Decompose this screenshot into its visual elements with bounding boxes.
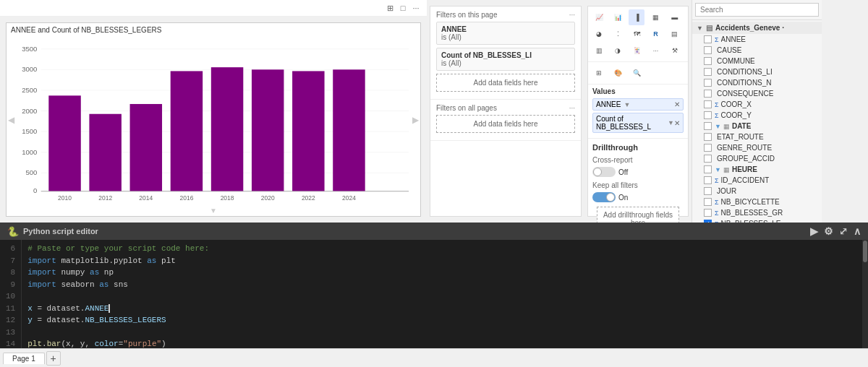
field-group-header[interactable]: ▼ ▤ Accidents_Geneve · xyxy=(692,22,822,34)
field-checkbox-commune[interactable] xyxy=(704,57,712,65)
viz-pie-icon[interactable]: ◕ xyxy=(591,26,607,42)
viz-r-icon[interactable]: R xyxy=(648,26,664,42)
fmt-filter-icon[interactable]: 🔍 xyxy=(629,65,644,81)
field-checkbox-nb-bicyclette[interactable] xyxy=(704,198,712,206)
field-checkbox-jour[interactable] xyxy=(704,187,712,195)
svg-text:1500: 1500 xyxy=(22,127,37,135)
annee-dropdown[interactable]: ▼ xyxy=(624,101,630,108)
add-data-page-btn[interactable]: Add data fields here xyxy=(436,74,575,92)
field-checkbox-conditions-li[interactable] xyxy=(704,68,712,76)
viz-table-icon[interactable]: ▤ xyxy=(667,26,683,42)
svg-text:2018: 2018 xyxy=(221,194,234,202)
resize-left[interactable]: ◀ xyxy=(8,115,14,125)
field-checkbox-nb-blesses-gr[interactable] xyxy=(704,209,712,217)
field-item-consequence[interactable]: CONSEQUENCE xyxy=(692,88,822,99)
field-checkbox-cause[interactable] xyxy=(704,46,712,54)
field-checkbox-coor-x[interactable] xyxy=(704,100,712,108)
fmt-paint-icon[interactable]: 🎨 xyxy=(610,65,626,81)
add-data-all-btn[interactable]: Add data fields here xyxy=(436,115,575,133)
tab-add-btn[interactable]: + xyxy=(46,351,61,366)
group-expand-icon: ▼ xyxy=(697,25,703,32)
field-item-genre-route[interactable]: GENRE_ROUTE xyxy=(692,142,822,153)
svg-text:0: 0 xyxy=(33,186,37,194)
field-item-cause[interactable]: CAUSE xyxy=(692,45,822,56)
viz-card-icon[interactable]: 🃏 xyxy=(629,43,644,59)
count-filter: Count of NB_BLESSES_LI is (All) xyxy=(436,48,575,71)
field-checkbox-heure[interactable] xyxy=(704,165,712,173)
resize-bottom[interactable]: ▼ xyxy=(210,207,217,215)
line-num-14: 14 xyxy=(6,338,15,348)
field-item-conditions-n[interactable]: CONDITIONS_N xyxy=(692,77,822,88)
viz-build-icon[interactable]: ⚒ xyxy=(667,43,683,59)
field-item-coor-x[interactable]: Σ COOR_X xyxy=(692,99,822,110)
field-checkbox-annee[interactable] xyxy=(704,35,712,43)
svg-text:2024: 2024 xyxy=(342,194,356,202)
field-checkbox-consequence[interactable] xyxy=(704,90,712,98)
tab-page1[interactable]: Page 1 xyxy=(3,353,45,364)
field-item-groupe-accid[interactable]: GROUPE_ACCID xyxy=(692,153,822,164)
editor-controls: ▶ ⚙ ⤢ ∧ xyxy=(810,225,861,237)
annee-remove-icon[interactable]: ✕ xyxy=(674,100,680,108)
viz-area-icon[interactable]: 📊 xyxy=(610,9,626,25)
field-item-conditions-li[interactable]: CONDITIONS_LI xyxy=(692,66,822,77)
viz-bar-icon[interactable]: ▐ xyxy=(629,9,644,25)
field-item-nb-blesses-gr[interactable]: Σ NB_BLESSES_GR xyxy=(692,207,822,218)
field-item-annee[interactable]: Σ ANNEE xyxy=(692,34,822,45)
viz-scatter-icon[interactable]: ⁚ xyxy=(610,26,626,42)
field-label-conditions-li: CONDITIONS_LI xyxy=(717,68,773,76)
viz-column-icon[interactable]: ▬ xyxy=(667,9,683,25)
more-icon[interactable]: ··· xyxy=(409,1,422,14)
resize-right[interactable]: ▶ xyxy=(412,115,419,125)
value-tag-count-label: Count of NB_BLESSES_L xyxy=(596,115,665,131)
field-item-id-accident[interactable]: Σ ID_ACCIDENT xyxy=(692,175,822,186)
bar-2018 xyxy=(211,67,243,191)
field-item-heure[interactable]: ▼ ▦ HEURE xyxy=(692,164,822,175)
filters-all-more-icon[interactable]: ··· xyxy=(569,104,575,112)
filters-on-all-label: Filters on all pages xyxy=(436,104,497,112)
viz-kpi-icon[interactable]: ▥ xyxy=(591,43,607,59)
cross-report-toggle[interactable] xyxy=(592,167,616,177)
field-checkbox-id-accident[interactable] xyxy=(704,176,712,184)
value-tag-count: Count of NB_BLESSES_L ▼ ✕ xyxy=(592,113,684,133)
viz-line-icon[interactable]: 📈 xyxy=(591,9,607,25)
field-checkbox-coor-y[interactable] xyxy=(704,111,712,119)
field-item-etat-route[interactable]: ETAT_ROUTE xyxy=(692,131,822,142)
viz-map-icon[interactable]: 🗺 xyxy=(629,26,644,42)
code-area[interactable]: # Paste or type your script code here: i… xyxy=(22,240,862,348)
svg-text:2500: 2500 xyxy=(22,86,37,94)
run-icon[interactable]: ▶ xyxy=(810,225,818,237)
field-checkbox-genre-route[interactable] xyxy=(704,144,712,152)
settings-icon[interactable]: ⚙ xyxy=(824,225,833,237)
viz-more-icon[interactable]: ··· xyxy=(648,43,664,59)
svg-text:2022: 2022 xyxy=(302,194,315,202)
field-checkbox-groupe-accid[interactable] xyxy=(704,155,712,163)
focus-icon[interactable]: □ xyxy=(396,1,409,14)
svg-text:3500: 3500 xyxy=(22,45,37,53)
field-checkbox-conditions-n[interactable] xyxy=(704,79,712,87)
field-item-nb-bicyclette[interactable]: Σ NB_BICYCLETTE xyxy=(692,197,822,207)
field-item-date[interactable]: ▼ ▦ DATE xyxy=(692,121,822,131)
collapse-icon[interactable]: ∧ xyxy=(854,225,861,237)
fields-search-input[interactable] xyxy=(695,3,819,17)
code-line-14: plt.bar(x, y, color="purple") xyxy=(27,338,856,348)
filters-on-all-header: Filters on all pages ··· xyxy=(436,104,575,112)
filter-icon[interactable]: ⊞ xyxy=(383,1,396,14)
count-dropdown[interactable]: ▼ xyxy=(668,119,674,126)
viz-stacked-icon[interactable]: ▦ xyxy=(648,9,664,25)
count-remove-icon[interactable]: ✕ xyxy=(674,119,680,127)
filters-more-icon[interactable]: ··· xyxy=(569,11,575,19)
field-item-jour[interactable]: JOUR xyxy=(692,186,822,197)
add-drillthrough-btn[interactable]: Add drillthrough fields here xyxy=(597,207,679,223)
fmt-blank2 xyxy=(667,65,683,81)
viz-gauge-icon[interactable]: ◑ xyxy=(610,43,626,59)
field-item-commune[interactable]: COMMUNE xyxy=(692,56,822,66)
value-tag-annee: ANNEE ▼ ✕ xyxy=(592,98,684,111)
field-checkbox-etat-route[interactable] xyxy=(704,133,712,141)
expand-icon[interactable]: ⤢ xyxy=(839,225,848,237)
field-checkbox-date[interactable] xyxy=(704,122,712,130)
code-line-7: import matplotlib.pyplot as plt xyxy=(27,255,856,267)
editor-scrollbar[interactable] xyxy=(862,240,868,348)
field-item-coor-y[interactable]: Σ COOR_Y xyxy=(692,110,822,121)
keep-filters-toggle[interactable] xyxy=(592,192,616,202)
fmt-fields-icon[interactable]: ⊞ xyxy=(591,65,607,81)
